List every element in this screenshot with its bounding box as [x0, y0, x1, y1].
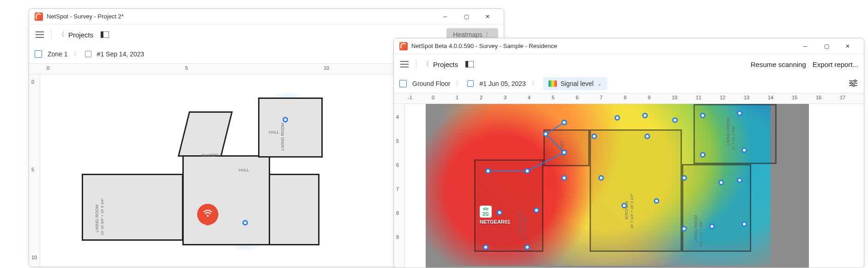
- resume-scanning-button[interactable]: Resume scanning: [751, 61, 806, 68]
- export-report-button[interactable]: Export report...: [813, 61, 858, 68]
- survey-icon: [85, 51, 91, 57]
- layout-icon[interactable]: [464, 59, 475, 69]
- minimize-button[interactable]: ─: [795, 39, 816, 54]
- svg-line-22: [546, 134, 564, 152]
- svg-line-23: [546, 122, 564, 134]
- divider: [51, 29, 52, 40]
- survey-point[interactable]: [561, 120, 567, 125]
- chevron-left-icon: 〈: [58, 30, 65, 39]
- ruler-vertical: 4 5 6 7 8 9: [394, 104, 405, 268]
- ruler-vertical: 0 5 10: [29, 74, 40, 267]
- floor-name[interactable]: Ground Floor: [412, 80, 450, 87]
- ruler-tick: 0: [31, 79, 34, 85]
- survey-point[interactable]: [737, 110, 742, 116]
- window-residence: NetSpot Beta 4.0.0.590 - Survey - Sample…: [393, 38, 864, 268]
- ruler-tick: 4: [528, 95, 530, 100]
- survey-path: [247, 121, 285, 222]
- ruler-tick: 12: [720, 95, 725, 100]
- wifi-marker[interactable]: [197, 204, 218, 225]
- ruler-tick: 8: [396, 210, 399, 216]
- svg-point-17: [850, 82, 852, 84]
- survey-point[interactable]: [283, 117, 288, 122]
- hamburger-icon[interactable]: [399, 59, 410, 69]
- layout-icon[interactable]: [100, 30, 110, 40]
- survey-point[interactable]: [543, 131, 549, 137]
- survey-point[interactable]: [485, 168, 491, 174]
- survey-point[interactable]: [483, 244, 488, 250]
- survey-point[interactable]: [737, 177, 742, 183]
- ruler-tick: 6: [396, 162, 399, 168]
- survey-point[interactable]: [598, 175, 604, 181]
- survey-point[interactable]: [681, 175, 687, 181]
- ruler-tick: 9: [648, 95, 651, 100]
- maximize-button[interactable]: ▢: [456, 9, 477, 24]
- survey-name[interactable]: #1 Jun 05, 2023: [479, 80, 525, 87]
- chevron-right-icon: 〉: [531, 79, 537, 88]
- survey-point[interactable]: [709, 224, 715, 229]
- survey-point[interactable]: [672, 117, 678, 123]
- chevron-down-icon: ⌄: [597, 81, 602, 87]
- titlebar[interactable]: NetSpot Beta 4.0.0.590 - Survey - Sample…: [394, 38, 864, 54]
- ruler-tick: 10: [324, 65, 329, 71]
- survey-point[interactable]: [561, 150, 567, 155]
- survey-point[interactable]: [718, 180, 724, 185]
- survey-point[interactable]: [700, 113, 705, 118]
- floorplan-heatmap: LIVING ROOM 14' × 15' 6 3/4" CLOSET KITC…: [426, 104, 809, 268]
- projects-label: Projects: [433, 61, 458, 68]
- window-controls: ─ ▢ ✕: [434, 9, 498, 24]
- survey-point[interactable]: [681, 226, 687, 231]
- ruler-tick: 13: [744, 95, 749, 100]
- svg-line-21: [527, 152, 564, 171]
- settings-icon[interactable]: [849, 79, 858, 88]
- survey-point[interactable]: [242, 220, 248, 225]
- survey-point[interactable]: [524, 244, 530, 250]
- ruler-tick: 0: [432, 95, 434, 100]
- survey-point[interactable]: [591, 134, 597, 139]
- back-to-projects[interactable]: 〈 Projects: [423, 60, 458, 68]
- ruler-tick: 0: [47, 65, 49, 71]
- svg-line-6: [247, 190, 285, 222]
- survey-point[interactable]: [741, 221, 747, 227]
- survey-point[interactable]: [621, 203, 627, 208]
- ruler-horizontal: -1 0 1 2 3 4 5 6 7 8 9 10 11 12 13 14 15…: [394, 93, 864, 104]
- titlebar[interactable]: NetSpot - Survey - Project 2* ─ ▢ ✕: [29, 9, 504, 24]
- access-point-marker[interactable]: 2G NETGEAR01: [480, 206, 510, 225]
- ruler-tick: 6: [576, 95, 579, 100]
- ruler-tick: 14: [768, 95, 773, 100]
- back-to-projects[interactable]: 〈 Projects: [58, 30, 93, 39]
- hamburger-icon[interactable]: [35, 30, 45, 40]
- room-dim: 11' × 11' 2 7/8": [731, 126, 735, 150]
- close-button[interactable]: ✕: [837, 39, 858, 54]
- app-icon: [35, 12, 43, 21]
- visualization-dropdown[interactable]: Signal level ⌄: [543, 77, 607, 90]
- wifi-icon: [203, 208, 213, 220]
- survey-point[interactable]: [645, 134, 650, 139]
- survey-point[interactable]: [654, 198, 659, 204]
- heatmap-canvas[interactable]: LIVING ROOM 14' × 15' 6 3/4" CLOSET KITC…: [405, 104, 864, 268]
- window-controls: ─ ▢ ✕: [795, 39, 858, 54]
- survey-name[interactable]: #1 Sep 14, 2023: [97, 50, 145, 58]
- close-button[interactable]: ✕: [477, 9, 498, 24]
- survey-point[interactable]: [615, 115, 620, 121]
- ruler-tick: 7: [396, 186, 399, 192]
- minimize-button[interactable]: ─: [434, 9, 456, 24]
- room-dim: 15' 10 3/4" × 15' 6 3/4": [100, 198, 104, 235]
- chevron-left-icon: 〈: [423, 60, 429, 68]
- survey-point[interactable]: [700, 152, 705, 158]
- breadcrumb: Ground Floor 〉 #1 Jun 05, 2023 〉 Signal …: [394, 74, 864, 93]
- survey-point[interactable]: [534, 207, 539, 213]
- survey-point[interactable]: [524, 168, 530, 174]
- ap-badge-icon: 2G: [480, 206, 492, 218]
- floor-icon: [399, 80, 407, 87]
- survey-point[interactable]: [741, 147, 747, 153]
- zone-name[interactable]: Zone 1: [48, 50, 68, 58]
- maximize-button[interactable]: ▢: [816, 39, 837, 54]
- ruler-tick: 16: [816, 95, 821, 100]
- survey-point[interactable]: [561, 175, 567, 181]
- ruler-tick: 17: [840, 95, 845, 100]
- svg-point-8: [207, 215, 209, 217]
- chevron-right-icon: 〉: [456, 79, 462, 88]
- ruler-tick: 9: [396, 234, 399, 240]
- survey-point[interactable]: [642, 113, 648, 118]
- ruler-tick: 4: [396, 114, 399, 120]
